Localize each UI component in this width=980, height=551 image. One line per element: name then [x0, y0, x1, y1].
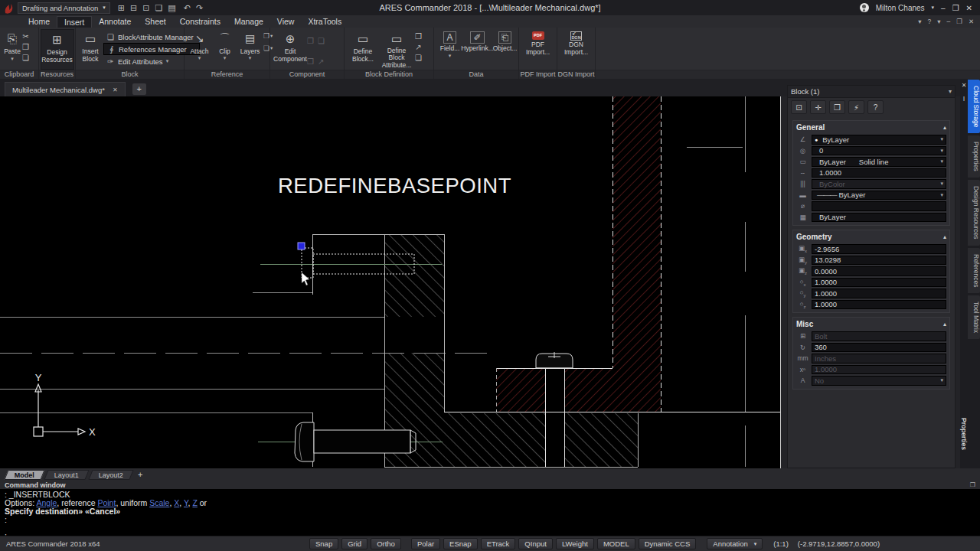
property-field[interactable]: ByLayer Solid line ▾ — [812, 157, 946, 167]
palette-tab[interactable]: Design Resources — [968, 180, 980, 245]
menu-item[interactable]: Home — [21, 16, 57, 28]
property-field[interactable]: ByColor ▾ — [812, 179, 946, 189]
command-history[interactable]: : _INSERTBLOCK Options: Angle, reference… — [0, 489, 980, 542]
data-button[interactable]: ⎗ Object... — [492, 29, 518, 70]
property-field[interactable]: Inches — [812, 354, 946, 364]
component-tool-icon[interactable]: ❐ — [307, 57, 314, 66]
property-field[interactable]: 1.0000 — [812, 300, 946, 310]
quick-access-icon[interactable]: ❏ — [155, 3, 162, 13]
status-toggle-button[interactable]: Dynamic CCS — [639, 538, 697, 549]
design-resources-button[interactable]: ⊞ Design Resources — [41, 29, 74, 70]
property-field[interactable]: 1.0000 — [812, 278, 946, 288]
block-definition-tool-icon[interactable]: ❐ — [415, 32, 422, 41]
panel-tool-button[interactable]: ? — [867, 100, 884, 114]
property-field[interactable]: 1.0000 — [812, 365, 946, 375]
quick-access-icon[interactable]: ⊟ — [130, 3, 137, 13]
property-field[interactable]: 13.0298 — [812, 256, 946, 266]
property-field[interactable]: 0 ▾ — [812, 146, 946, 156]
property-field[interactable]: ● ByLayer ▾ — [812, 135, 946, 145]
selection-combo[interactable]: Block (1) ▾ — [788, 86, 955, 98]
document-tab[interactable]: Multileader Mechanical.dwg* ✕ — [5, 82, 126, 96]
block-definition-tool-icon[interactable]: ❏ — [415, 54, 422, 62]
panel-tool-button[interactable]: ⊡ — [791, 100, 807, 114]
status-toggle-button[interactable]: QInput — [518, 538, 553, 549]
block-definition-button[interactable]: ▭ Define Block Attribute... — [380, 29, 413, 70]
restore-button[interactable]: ❐ — [952, 4, 959, 12]
pdf-import-button[interactable]: PDF PDF Import... — [521, 29, 556, 70]
user-avatar[interactable] — [860, 3, 869, 12]
reference-button[interactable]: ⌒ Clip ▾ — [212, 29, 237, 70]
drawing-canvas[interactable]: Y X REDEFINEBASEPOINT — [0, 96, 781, 468]
undo-icon[interactable]: ↶ — [184, 3, 191, 13]
user-name[interactable]: Milton Chanes — [876, 4, 925, 12]
reference-button[interactable]: ▤ Layers ▾ — [237, 29, 263, 70]
property-field[interactable]: 1.0000 — [812, 168, 946, 178]
palette-tab[interactable]: Tool Matrix — [968, 295, 980, 339]
palette-tab[interactable]: References — [968, 248, 980, 293]
menu-item[interactable]: Manage — [227, 16, 270, 28]
doc-window-control-icon[interactable]: ✕ — [969, 18, 974, 25]
insert-block-button[interactable]: ▭ Insert Block — [77, 29, 103, 70]
property-field[interactable] — [812, 201, 946, 211]
popout-icon[interactable]: ❒ — [970, 481, 975, 488]
property-field[interactable]: ——— ByLayer ▾ — [812, 191, 946, 201]
palette-tab[interactable]: Properties — [968, 135, 980, 178]
component-tool-icon[interactable]: ❐ — [307, 37, 314, 45]
section-header-misc[interactable]: Misc ▴ — [796, 318, 946, 330]
doc-window-control-icon[interactable]: ▾ — [918, 18, 921, 25]
doc-window-control-icon[interactable]: ❐ — [956, 18, 962, 25]
section-header-geometry[interactable]: Geometry ▴ — [796, 230, 946, 243]
dgn-import-button[interactable]: DGN DGN Import... — [559, 29, 594, 70]
menu-item[interactable]: Insert — [57, 16, 92, 28]
add-layout-button[interactable]: + — [138, 470, 142, 479]
layout-tab[interactable]: Layout1 — [44, 470, 89, 480]
close-icon[interactable]: ✕ — [113, 86, 118, 93]
component-tool-icon[interactable]: ↗ — [318, 57, 324, 66]
clipboard-tool-icon[interactable]: ✂ — [22, 32, 28, 41]
data-button[interactable]: ✐ Hyperlink... — [465, 29, 490, 70]
section-header-general[interactable]: General ▴ — [796, 121, 946, 133]
menu-item[interactable]: Sheet — [138, 16, 172, 28]
panel-tool-button[interactable]: ⚡ — [848, 100, 864, 114]
panel-tool-button[interactable]: ❐ — [829, 100, 845, 114]
component-tool-icon[interactable]: ❏ — [318, 37, 325, 45]
property-field[interactable]: 1.0000 — [812, 289, 946, 298]
clipboard-tool-icon[interactable]: ❐ — [22, 43, 29, 51]
menu-item[interactable]: Annotate — [92, 16, 138, 28]
workspace-combo[interactable]: Drafting and Annotation ▾ — [18, 2, 110, 14]
edit-component-button[interactable]: ⊕ Edit Component — [273, 29, 307, 70]
menu-item[interactable]: Constraints — [173, 16, 227, 28]
panel-tool-button[interactable]: ✛ — [810, 100, 826, 114]
redo-icon[interactable]: ↷ — [196, 3, 203, 13]
data-button[interactable]: A Field... ▾ — [437, 29, 462, 70]
status-toggle-button[interactable]: Grid — [341, 538, 368, 549]
status-toggle-button[interactable]: LWeight — [556, 538, 594, 549]
property-field[interactable]: 0.0000 — [812, 266, 946, 276]
doc-window-control-icon[interactable]: ? — [928, 18, 932, 25]
property-field[interactable]: ByLayer — [812, 213, 946, 223]
property-field[interactable]: 360 — [812, 343, 946, 353]
paste-button[interactable]: ⎘ Paste ▾ — [2, 29, 22, 70]
property-field[interactable]: Bolt — [812, 331, 946, 341]
block-definition-button[interactable]: ▭ Define Block... — [346, 29, 380, 70]
new-document-tab-button[interactable]: + — [132, 83, 146, 95]
menu-item[interactable]: View — [270, 16, 302, 28]
reference-button[interactable]: ↘ Attach ▾ — [187, 29, 212, 70]
minimize-button[interactable]: – — [941, 4, 946, 12]
property-field[interactable]: No ▾ — [812, 376, 946, 386]
quick-access-icon[interactable]: ⊡ — [142, 3, 149, 13]
command-window-header[interactable]: Command window ❒ — [0, 481, 980, 489]
menu-item[interactable]: XtraTools — [301, 16, 348, 28]
close-icon[interactable]: ✕ — [962, 82, 967, 89]
grip-point[interactable] — [298, 243, 305, 249]
scale-indicator[interactable]: (1:1) — [773, 540, 789, 548]
layout-tab[interactable]: Model — [4, 470, 44, 480]
doc-window-control-icon[interactable]: ▾ — [937, 18, 940, 25]
status-toggle-button[interactable]: ESnap — [443, 538, 478, 549]
quick-access-icon[interactable]: ▤ — [168, 3, 175, 13]
pin-icon[interactable]: Ι — [963, 95, 965, 103]
status-toggle-button[interactable]: Ortho — [371, 538, 401, 549]
status-toggle-button[interactable]: ETrack — [481, 538, 516, 549]
block-definition-tool-icon[interactable]: ↗ — [415, 43, 421, 51]
clipboard-tool-icon[interactable]: ❏ — [22, 54, 29, 62]
